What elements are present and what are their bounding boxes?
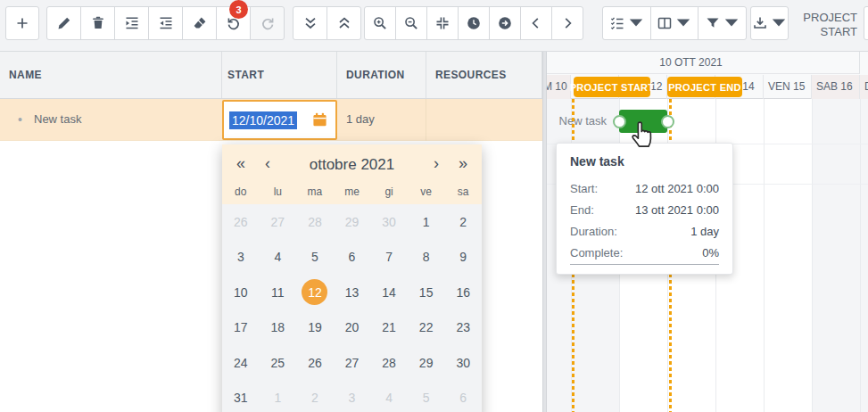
redo-button bbox=[250, 6, 285, 40]
day-gridline bbox=[860, 99, 861, 412]
caret-down-icon bbox=[675, 15, 691, 31]
clear-tasks-button[interactable] bbox=[182, 6, 217, 40]
double-chevron-down-icon bbox=[302, 15, 318, 31]
day-cell[interactable]: 21 bbox=[370, 310, 408, 346]
delete-task-button[interactable] bbox=[80, 6, 115, 40]
day-cell[interactable]: 25 bbox=[260, 345, 297, 381]
day-cell[interactable]: 6 bbox=[444, 381, 482, 412]
day-cell[interactable]: 30 bbox=[444, 345, 482, 381]
day-cell[interactable]: 5 bbox=[408, 381, 445, 412]
day-cell[interactable]: 16 bbox=[444, 275, 482, 310]
clipped-toolbar-button[interactable] bbox=[864, 6, 868, 40]
outdent-task-button[interactable] bbox=[148, 6, 183, 40]
day-cell[interactable]: 11 bbox=[260, 275, 297, 310]
columns-icon bbox=[657, 15, 673, 31]
project-start-label: PROJECT START bbox=[782, 11, 857, 39]
weekday-label: lu bbox=[260, 183, 297, 201]
day-cell[interactable]: 23 bbox=[444, 310, 482, 346]
shift-next-button[interactable] bbox=[551, 6, 583, 40]
day-cell[interactable]: 17 bbox=[222, 310, 260, 346]
filter-icon bbox=[705, 15, 721, 31]
day-cell[interactable]: 19 bbox=[296, 310, 334, 346]
column-header-resources[interactable]: RESOURCES bbox=[426, 52, 542, 98]
day-gridline bbox=[764, 99, 765, 412]
add-task-button[interactable] bbox=[5, 6, 39, 40]
day-cell[interactable]: 13 bbox=[334, 275, 371, 310]
column-header-name[interactable]: NAME bbox=[0, 52, 222, 98]
day-cell[interactable]: 27 bbox=[334, 345, 371, 381]
day-cell[interactable]: 5 bbox=[296, 240, 334, 276]
angle-left-icon bbox=[528, 15, 544, 31]
day-cell[interactable]: 6 bbox=[334, 240, 371, 276]
start-date-editor[interactable]: 12/10/2021 bbox=[222, 100, 337, 140]
grid-header: NAMESTARTDURATIONRESOURCES bbox=[0, 52, 542, 99]
day-cell[interactable]: 31 bbox=[222, 381, 260, 412]
task-duration-cell[interactable]: 1 day bbox=[346, 99, 375, 140]
column-header-start[interactable]: START bbox=[222, 52, 337, 98]
task-name-cell[interactable]: New task bbox=[34, 99, 81, 140]
day-cell[interactable]: 26 bbox=[296, 345, 334, 381]
weekday-header-row: dolumamegivesa bbox=[222, 183, 482, 204]
zoom-out-icon bbox=[403, 15, 419, 31]
day-cell[interactable]: 22 bbox=[408, 310, 445, 346]
day-cell[interactable]: 29 bbox=[334, 204, 371, 240]
zoom-to-fit-button[interactable] bbox=[426, 6, 459, 40]
day-header-cell: VEN 15 bbox=[764, 75, 812, 99]
day-header-cell: SAB 16 bbox=[812, 75, 860, 99]
project-end-badge: PROJECT END bbox=[667, 77, 742, 97]
compress-icon bbox=[434, 15, 451, 31]
day-cell[interactable]: 28 bbox=[370, 345, 408, 381]
features-menu-button[interactable] bbox=[602, 6, 651, 40]
day-cell[interactable]: 3 bbox=[222, 240, 260, 276]
day-cell[interactable]: 4 bbox=[260, 240, 297, 276]
caret-down-icon bbox=[723, 15, 740, 31]
weekday-label: ve bbox=[408, 183, 445, 201]
previous-timespan-button[interactable] bbox=[458, 6, 490, 40]
task-bar-label: New task bbox=[547, 114, 607, 128]
day-cell[interactable]: 20 bbox=[334, 310, 371, 346]
day-cell[interactable]: 28 bbox=[296, 204, 334, 240]
day-cell[interactable]: 10 bbox=[222, 275, 260, 310]
zoom-in-button[interactable] bbox=[364, 6, 396, 40]
zoom-out-button[interactable] bbox=[395, 6, 427, 40]
next-year-button[interactable]: » bbox=[459, 144, 467, 183]
day-cell[interactable]: 24 bbox=[222, 345, 260, 381]
day-cell[interactable]: 1 bbox=[260, 381, 297, 412]
expand-all-button[interactable] bbox=[293, 6, 327, 40]
day-cell[interactable]: 26 bbox=[222, 204, 260, 240]
task-resize-handle-right[interactable] bbox=[661, 115, 674, 128]
week-header-cell: 10 OTT 2021 bbox=[547, 52, 860, 74]
day-cell[interactable]: 7 bbox=[370, 240, 408, 276]
mouse-cursor bbox=[630, 117, 657, 151]
edit-task-button[interactable] bbox=[46, 6, 81, 40]
day-cell[interactable]: 1 bbox=[408, 204, 445, 240]
day-cell[interactable]: 2 bbox=[444, 204, 482, 240]
day-cell[interactable]: 9 bbox=[444, 240, 482, 276]
task-resize-handle-left[interactable] bbox=[613, 115, 626, 128]
day-cell[interactable]: 8 bbox=[408, 240, 445, 276]
trash-icon bbox=[90, 15, 106, 31]
calendar-icon[interactable] bbox=[312, 112, 327, 128]
day-cell[interactable]: 30 bbox=[370, 204, 408, 240]
day-gridline bbox=[812, 99, 813, 412]
day-cell[interactable]: 18 bbox=[260, 310, 297, 346]
next-timespan-button[interactable] bbox=[489, 6, 521, 40]
shift-previous-button[interactable] bbox=[520, 6, 552, 40]
day-cell[interactable]: 4 bbox=[370, 381, 408, 412]
day-cell[interactable]: 29 bbox=[408, 345, 445, 381]
indent-task-button[interactable] bbox=[114, 6, 149, 40]
selected-day-cell[interactable]: 12 bbox=[296, 275, 334, 310]
column-header-duration[interactable]: DURATION bbox=[337, 52, 426, 98]
collapse-all-button[interactable] bbox=[327, 6, 361, 40]
day-cell[interactable]: 14 bbox=[370, 275, 408, 310]
timeline-body: New task New task Start:12 ott 2021 0:00… bbox=[547, 99, 868, 412]
next-month-button[interactable]: › bbox=[434, 144, 439, 183]
day-cell[interactable]: 2 bbox=[296, 381, 334, 412]
tooltip-row: Start:12 ott 2021 0:00 bbox=[570, 178, 719, 200]
day-cell[interactable]: 27 bbox=[260, 204, 297, 240]
start-date-input[interactable]: 12/10/2021 bbox=[229, 111, 297, 129]
filter-menu-button[interactable] bbox=[698, 6, 747, 40]
columns-menu-button[interactable] bbox=[650, 6, 699, 40]
day-cell[interactable]: 15 bbox=[408, 275, 445, 310]
day-cell[interactable]: 3 bbox=[334, 381, 371, 412]
